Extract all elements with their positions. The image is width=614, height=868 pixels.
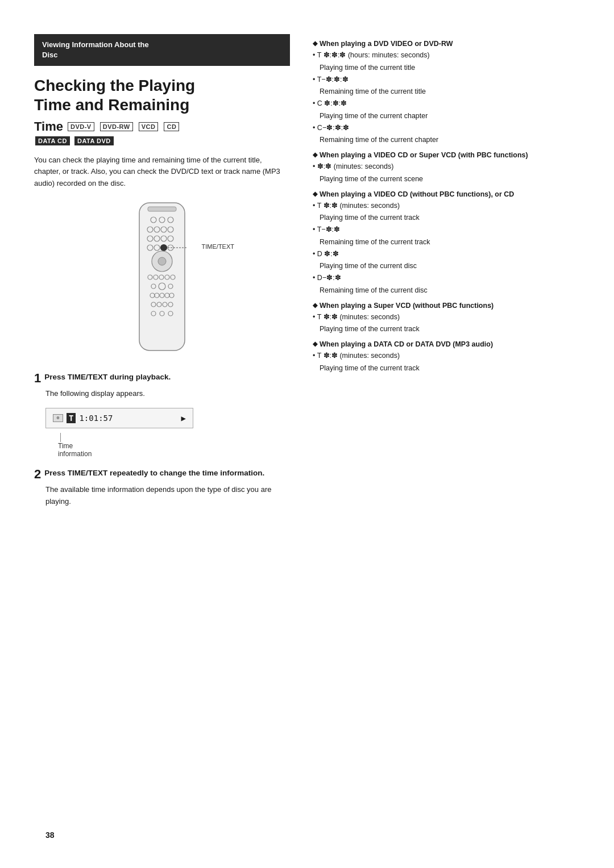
step-2-title: Press TIME/TEXT repeatedly to change the…	[44, 468, 290, 479]
svg-point-18	[158, 257, 166, 265]
bullet-4-0: T ✽:✽ (minutes: seconds)	[313, 350, 580, 361]
sub-bullet-0-0: Playing time of the current title	[320, 62, 580, 73]
step-1-number: 1	[34, 372, 41, 385]
sub-bullet-0-3: Remaining time of the current chapter	[320, 135, 580, 145]
time-label: Time information	[58, 442, 290, 458]
step-1-body: The following display appears.	[45, 388, 290, 400]
sub-bullet-3-0: Playing time of the current track	[320, 324, 580, 335]
section-header-3: When playing a Super VCD (without PBC fu…	[313, 302, 580, 310]
bullet-2-2: D ✽:✽	[313, 249, 580, 260]
bullet-2-1: T−✽:✽	[313, 224, 580, 235]
display-box: ⊙ T 1:01:57 ▶	[45, 408, 193, 428]
bullet-2-0: T ✽:✽ (minutes: seconds)	[313, 201, 580, 211]
svg-rect-0	[139, 203, 185, 350]
subtitle-line: Time DVD-V DVD-RW VCD CD	[34, 119, 290, 134]
sub-bullet-2-3: Remaining time of the current disc	[320, 285, 580, 296]
time-text-label: TIME/TEXT	[202, 243, 234, 250]
badge-data-cd: DATA CD	[35, 136, 70, 145]
sub-bullet-4-0: Playing time of the current track	[320, 363, 580, 374]
step-1-title: Press TIME/TEXT during playback.	[44, 372, 290, 383]
section-header-1: When playing a VIDEO CD or Super VCD (wi…	[313, 151, 580, 159]
bullet-0-2: C ✽:✽:✽	[313, 98, 580, 109]
section-header-line1: Viewing Information About the	[42, 40, 149, 49]
bullet-0-1: T−✽:✽:✽	[313, 74, 580, 85]
section-header-2: When playing a VIDEO CD (without PBC fun…	[313, 190, 580, 198]
right-column: When playing a DVD VIDEO or DVD-RWT ✽:✽:…	[307, 34, 580, 834]
badges-row2: DATA CD DATA DVD	[34, 136, 290, 145]
vertical-line	[60, 433, 61, 442]
display-inner: ⊙ T 1:01:57 ▶	[53, 413, 186, 423]
badge-dvd-rw: DVD-RW	[100, 122, 133, 131]
badge-vcd: VCD	[139, 122, 159, 131]
step-2-body: The available time information depends u…	[45, 484, 290, 508]
remote-diagram-container: TIME/TEXT	[34, 200, 290, 361]
display-t: T	[67, 413, 76, 423]
step-2-row: 2 Press TIME/TEXT repeatedly to change t…	[34, 468, 290, 481]
sub-bullet-2-1: Remaining time of the current track	[320, 237, 580, 248]
main-title: Checking the Playing Time and Remaining	[34, 76, 290, 114]
svg-point-15	[161, 244, 167, 251]
section-header-box: Viewing Information About the Disc	[34, 34, 290, 66]
section-header-line2: Disc	[42, 51, 57, 59]
sub-bullet-1-0: Playing time of the current scene	[320, 174, 580, 185]
badge-cd: CD	[164, 122, 179, 131]
section-header-4: When playing a DATA CD or DATA DVD (MP3 …	[313, 340, 580, 348]
display-time: 1:01:57	[79, 414, 113, 423]
step-1-row: 1 Press TIME/TEXT during playback.	[34, 372, 290, 385]
page-number: 38	[45, 831, 55, 840]
remote-diagram	[125, 200, 199, 359]
display-icon: ⊙	[53, 414, 63, 422]
step-2-number: 2	[34, 468, 41, 481]
sub-bullet-2-2: Playing time of the current disc	[320, 261, 580, 272]
badge-dvd-v: DVD-V	[68, 122, 94, 131]
bullet-3-0: T ✽:✽ (minutes: seconds)	[313, 312, 580, 323]
badge-data-dvd: DATA DVD	[74, 136, 114, 145]
sub-bullet-2-0: Playing time of the current track	[320, 212, 580, 223]
bullet-0-0: T ✽:✽:✽ (hours: minutes: seconds)	[313, 50, 580, 61]
svg-rect-1	[148, 207, 176, 211]
bullet-2-3: D−✽:✽	[313, 273, 580, 283]
display-arrow: ▶	[181, 414, 186, 423]
section-header-0: When playing a DVD VIDEO or DVD-RW	[313, 40, 580, 48]
body-text: You can check the playing time and remai…	[34, 155, 290, 190]
bullet-1-0: ✽:✽ (minutes: seconds)	[313, 161, 580, 172]
sub-bullet-0-2: Playing time of the current chapter	[320, 111, 580, 122]
bullet-0-3: C−✽:✽:✽	[313, 123, 580, 133]
sub-bullet-0-1: Remaining time of the current title	[320, 86, 580, 97]
